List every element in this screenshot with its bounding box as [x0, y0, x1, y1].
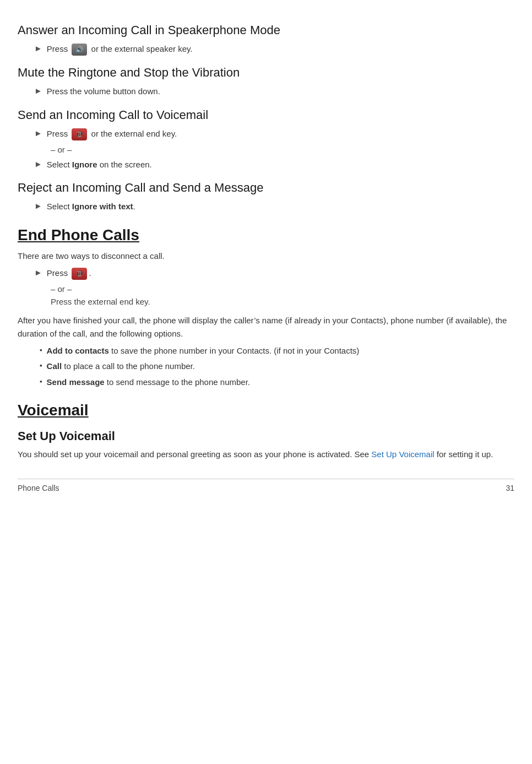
- set-up-voicemail-link[interactable]: Set Up Voicemail: [371, 449, 434, 459]
- footer-right: 31: [506, 484, 514, 492]
- arrow-icon: ►: [34, 159, 42, 169]
- bullet-text-endcall: Press .: [47, 267, 91, 280]
- arrow-icon: ►: [34, 86, 42, 95]
- bullet-press-volume: ► Press the volume button down.: [34, 85, 514, 98]
- sub-bullet-call: ▪ Call to place a call to the phone numb…: [40, 360, 514, 373]
- bullet-press-speaker: ► Press or the external speaker key.: [34, 43, 514, 56]
- or-divider-1: – or –: [51, 145, 514, 154]
- arrow-icon: ►: [34, 201, 42, 210]
- end-calls-intro: There are two ways to disconnect a call.: [18, 250, 514, 263]
- ignore-bold: Ignore: [72, 160, 97, 169]
- footer-left: Phone Calls: [18, 484, 59, 492]
- end-call-icon: [72, 128, 87, 140]
- heading-mute-ringtone: Mute the Ringtone and Stop the Vibration: [18, 66, 514, 80]
- bullet-text-speaker: Press or the external speaker key.: [47, 43, 193, 56]
- bullet-select-ignore: ► Select Ignore on the screen.: [34, 159, 514, 171]
- sub-bullet-dot: ▪: [40, 361, 42, 370]
- speaker-icon: [72, 44, 87, 56]
- bullet-text-ignore-with-text: Select Ignore with text.: [47, 201, 135, 213]
- arrow-icon: ►: [34, 268, 42, 277]
- heading-set-up-voicemail: Set Up Voicemail: [18, 429, 514, 443]
- arrow-icon: ►: [34, 128, 42, 138]
- add-to-contacts-bold: Add to contacts: [47, 346, 109, 355]
- sub-bullet-dot: ▪: [40, 346, 42, 354]
- call-bold: Call: [47, 361, 62, 371]
- set-up-voicemail-intro: You should set up your voicemail and per…: [18, 448, 514, 461]
- heading-voicemail: Voicemail: [18, 402, 514, 419]
- sub-bullet-send-message: ▪ Send message to send message to the ph…: [40, 376, 514, 389]
- heading-reject-message: Reject an Incoming Call and Send a Messa…: [18, 181, 514, 195]
- sub-bullet-text-call: Call to place a call to the phone number…: [47, 360, 195, 373]
- ignore-with-text-bold: Ignore with text: [72, 202, 133, 211]
- send-message-bold: Send message: [47, 377, 105, 387]
- press-external-end: Press the external end key.: [51, 297, 514, 306]
- sub-bullet-dot: ▪: [40, 377, 42, 386]
- or-divider-2: – or –: [51, 284, 514, 294]
- bullet-press-endkey: ► Press or the external end key.: [34, 128, 514, 140]
- bullet-text-volume: Press the volume button down.: [47, 85, 160, 98]
- sub-bullet-text-add-contacts: Add to contacts to save the phone number…: [47, 345, 360, 357]
- footer: Phone Calls 31: [18, 479, 514, 492]
- bullet-select-ignore-with-text: ► Select Ignore with text.: [34, 201, 514, 213]
- end-call2-icon: [72, 268, 87, 280]
- sub-bullet-add-contacts: ▪ Add to contacts to save the phone numb…: [40, 345, 514, 357]
- bullet-text-endkey: Press or the external end key.: [47, 128, 177, 140]
- end-calls-after-text: After you have finished your call, the p…: [18, 314, 514, 340]
- heading-answer-speakerphone: Answer an Incoming Call in Speakerphone …: [18, 23, 514, 37]
- arrow-icon: ►: [34, 44, 42, 53]
- bullet-text-ignore: Select Ignore on the screen.: [47, 159, 152, 171]
- sub-bullet-text-send-message: Send message to send message to the phon…: [47, 376, 250, 389]
- bullet-press-endcall: ► Press .: [34, 267, 514, 280]
- heading-send-voicemail: Send an Incoming Call to Voicemail: [18, 108, 514, 122]
- heading-end-phone-calls: End Phone Calls: [18, 226, 514, 244]
